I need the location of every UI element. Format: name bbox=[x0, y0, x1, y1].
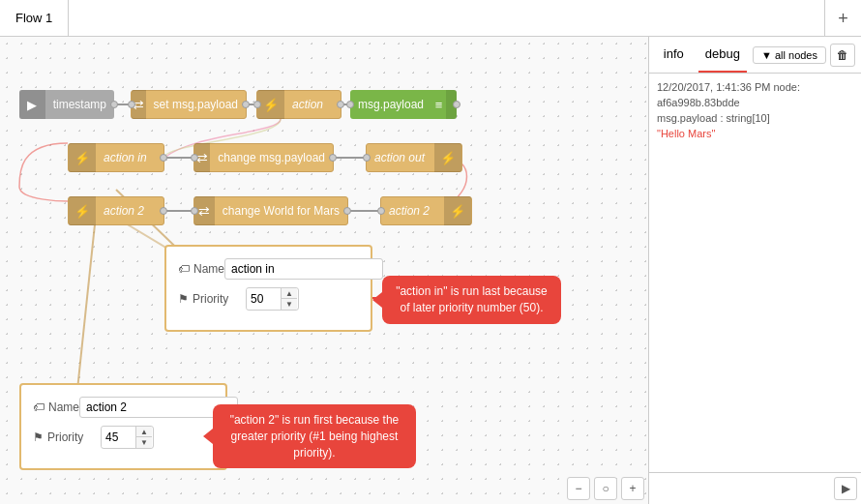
timestamp-port-right[interactable] bbox=[110, 101, 118, 108]
tab-debug-label: debug bbox=[705, 46, 740, 61]
debug-time-value: 12/20/2017, 1:41:36 PM bbox=[657, 81, 770, 93]
prop-spinner-down-bottom[interactable]: ▼ bbox=[136, 437, 152, 448]
trash-button[interactable]: 🗑 bbox=[830, 44, 855, 67]
prop-priority-spinner-bottom[interactable]: ▲ ▼ bbox=[101, 426, 154, 449]
change-world-label: change World for Mars bbox=[215, 204, 347, 218]
change-world-port-left[interactable] bbox=[191, 207, 198, 215]
trash-icon: 🗑 bbox=[837, 48, 848, 62]
action2-port-right[interactable] bbox=[160, 207, 167, 215]
node-msg-payload[interactable]: msg.payload ≡ bbox=[350, 90, 457, 119]
action2-out-right-icon: ⚡ bbox=[444, 196, 471, 225]
prop-row-name-bottom: 🏷 Name bbox=[33, 397, 214, 418]
action-label: action bbox=[284, 98, 331, 111]
action-port-right[interactable] bbox=[337, 101, 344, 108]
prop-priority-input-top[interactable] bbox=[247, 289, 281, 309]
action-port-left[interactable] bbox=[253, 101, 261, 108]
prop-name-label-top: 🏷 Name bbox=[178, 262, 224, 276]
prop-name-input-top[interactable] bbox=[224, 258, 383, 280]
main-area: ▶ timestamp ⇄ set msg.payload ⚡ action m… bbox=[0, 37, 861, 504]
prop-spinner-up-top[interactable]: ▲ bbox=[282, 288, 297, 299]
flow-tab[interactable]: Flow 1 bbox=[0, 0, 69, 36]
tab-info[interactable]: info bbox=[649, 37, 698, 73]
debug-timestamp: 12/20/2017, 1:41:36 PM node: bbox=[657, 81, 853, 93]
tab-spacer bbox=[69, 0, 824, 36]
node-action-in[interactable]: ⚡ action in bbox=[68, 143, 164, 172]
callout-action2-text: "action 2" is run first because the grea… bbox=[230, 413, 400, 460]
add-flow-button[interactable]: + bbox=[824, 0, 861, 37]
canvas-zoom-in-button[interactable]: + bbox=[621, 477, 644, 500]
action-out-port-left[interactable] bbox=[363, 154, 371, 162]
msg-payload-label: msg.payload bbox=[350, 98, 431, 111]
action2-left-icon: ⚡ bbox=[69, 196, 96, 225]
prop-spinner-up-bottom[interactable]: ▲ bbox=[136, 427, 152, 437]
prop-panel-action-in: 🏷 Name ⚑ Priority ▲ ▼ bbox=[164, 245, 372, 332]
action-in-left-icon: ⚡ bbox=[69, 143, 96, 172]
msg-payload-menu-icon: ≡ bbox=[431, 90, 446, 119]
action2-out-label: action 2 bbox=[381, 204, 437, 218]
canvas[interactable]: ▶ timestamp ⇄ set msg.payload ⚡ action m… bbox=[0, 37, 648, 504]
prop-priority-input-bottom[interactable] bbox=[102, 428, 135, 447]
tab-info-label: info bbox=[664, 46, 684, 61]
prop-priority-label-bottom: ⚑ Priority bbox=[33, 430, 101, 444]
filter-label: all nodes bbox=[775, 49, 817, 61]
change-msg-port-left[interactable] bbox=[191, 154, 198, 162]
right-panel-bottom: ▶ bbox=[649, 472, 861, 504]
debug-content: 12/20/2017, 1:41:36 PM node: af6a998b.83… bbox=[649, 74, 861, 472]
callout-action2: "action 2" is run first because the grea… bbox=[213, 404, 416, 468]
node-change-msg-payload[interactable]: ⇄ change msg.payload bbox=[193, 143, 334, 172]
debug-value: "Hello Mars" bbox=[657, 128, 853, 139]
node-action2-out[interactable]: action 2 ⚡ bbox=[380, 196, 472, 225]
right-panel-tabs: info debug ▼ all nodes 🗑 bbox=[649, 37, 861, 74]
msg-payload-port-left[interactable] bbox=[346, 101, 354, 108]
action-in-port-right[interactable] bbox=[160, 154, 167, 162]
prop-spinner-down-top[interactable]: ▼ bbox=[282, 299, 297, 310]
action-out-label: action out bbox=[367, 151, 432, 164]
flag-icon-bottom: ⚑ bbox=[33, 430, 44, 444]
prop-panel-action2: 🏷 Name ⚑ Priority ▲ ▼ bbox=[19, 383, 227, 470]
prop-name-label-bottom: 🏷 Name bbox=[33, 400, 79, 414]
prop-spinner-btns-bottom: ▲ ▼ bbox=[135, 427, 152, 448]
top-bar: Flow 1 + bbox=[0, 0, 861, 37]
node-action-out[interactable]: action out ⚡ bbox=[366, 143, 462, 172]
node-timestamp[interactable]: ▶ timestamp bbox=[19, 90, 114, 119]
right-tab-actions: ▼ all nodes 🗑 bbox=[747, 37, 861, 73]
node-set-msg-payload[interactable]: ⇄ set msg.payload bbox=[131, 90, 247, 119]
filter-button[interactable]: ▼ all nodes bbox=[753, 46, 826, 64]
callout-action-in: "action in" is run last because of later… bbox=[382, 276, 561, 324]
right-panel-expand-button[interactable]: ▶ bbox=[834, 477, 857, 500]
canvas-fit-button[interactable]: ○ bbox=[594, 477, 617, 500]
msg-payload-port-right[interactable] bbox=[453, 101, 460, 108]
action2-out-port-left[interactable] bbox=[377, 207, 385, 215]
filter-icon: ▼ bbox=[761, 49, 772, 61]
canvas-zoom-out-button[interactable]: − bbox=[567, 477, 590, 500]
debug-type-line: msg.payload : string[10] bbox=[657, 112, 853, 124]
prop-priority-spinner-top[interactable]: ▲ ▼ bbox=[246, 287, 299, 311]
timestamp-label: timestamp bbox=[45, 98, 114, 111]
flag-icon-top: ⚑ bbox=[178, 292, 189, 306]
svg-line-8 bbox=[77, 206, 97, 390]
set-msg-port-left[interactable] bbox=[128, 101, 135, 108]
change-msg-port-right[interactable] bbox=[329, 154, 337, 162]
tag-icon-top: 🏷 bbox=[178, 262, 190, 276]
prop-row-priority-bottom: ⚑ Priority ▲ ▼ bbox=[33, 426, 214, 449]
right-panel: info debug ▼ all nodes 🗑 12/20/2017, 1:4… bbox=[648, 37, 861, 504]
node-change-world[interactable]: ⇄ change World for Mars bbox=[193, 196, 348, 225]
tab-debug[interactable]: debug bbox=[698, 37, 748, 73]
prop-row-name-top: 🏷 Name bbox=[178, 258, 359, 280]
prop-spinner-btns-top: ▲ ▼ bbox=[281, 288, 297, 310]
canvas-bottom-toolbar: − ○ + bbox=[563, 473, 648, 504]
node-action2[interactable]: ⚡ action 2 bbox=[68, 196, 164, 225]
callout-action-in-text: "action in" is run last because of later… bbox=[396, 284, 548, 314]
flow-tab-label: Flow 1 bbox=[15, 11, 52, 25]
debug-node-label: node: bbox=[774, 81, 801, 93]
set-msg-port-right[interactable] bbox=[242, 101, 250, 108]
prop-priority-label-top: ⚑ Priority bbox=[178, 292, 246, 306]
set-msg-label: set msg.payload bbox=[146, 98, 246, 111]
timestamp-icon: ▶ bbox=[19, 90, 45, 119]
change-world-port-right[interactable] bbox=[343, 207, 351, 215]
debug-node-id: af6a998b.83bdde bbox=[657, 97, 853, 108]
node-action[interactable]: ⚡ action bbox=[256, 90, 341, 119]
action-icon: ⚡ bbox=[257, 90, 284, 119]
action-out-right-icon: ⚡ bbox=[434, 143, 461, 172]
change-msg-label: change msg.payload bbox=[210, 151, 333, 164]
